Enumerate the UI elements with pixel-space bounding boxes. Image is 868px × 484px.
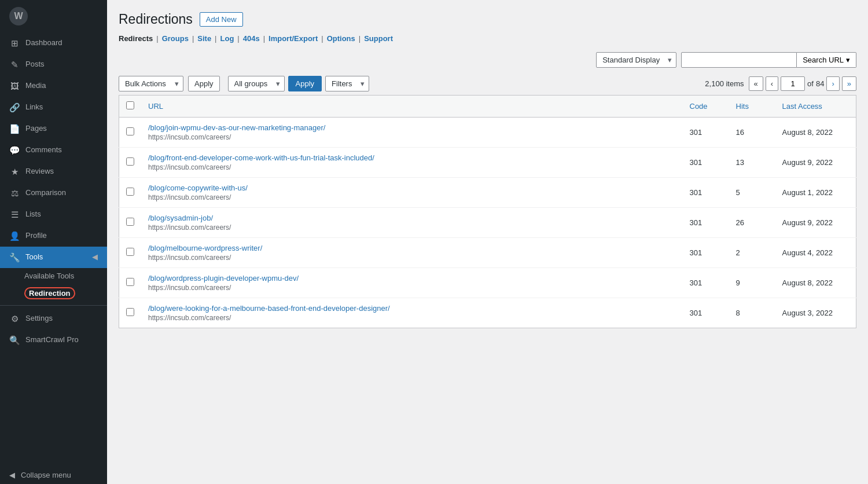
sidebar-item-label: Reviews (25, 166, 54, 177)
sidebar-item-reviews[interactable]: ★ Reviews (0, 161, 107, 182)
subnav-groups[interactable]: Groups (162, 34, 189, 43)
next-page-button[interactable]: › (826, 76, 839, 91)
row-checkbox-cell (119, 148, 142, 178)
table-head: URL Code Hits Last Access (119, 96, 856, 118)
subnav-options[interactable]: Options (327, 34, 355, 43)
subnav-404s[interactable]: 404s (243, 34, 260, 43)
table-row: /blog/were-looking-for-a-melbourne-based… (119, 298, 856, 328)
search-url-chevron-icon: ▾ (846, 56, 850, 64)
subnav-site[interactable]: Site (197, 34, 211, 43)
col-last-header[interactable]: Last Access (775, 96, 856, 118)
col-code-header[interactable]: Code (683, 96, 729, 118)
submenu-available-tools[interactable]: Available Tools (0, 268, 107, 284)
row-dest-5: https://incsub.com/careers/ (148, 284, 676, 292)
bulk-apply-button[interactable]: Apply (188, 76, 220, 91)
row-url-link-6[interactable]: /blog/were-looking-for-a-melbourne-based… (148, 304, 390, 313)
profile-icon: 👤 (9, 230, 20, 242)
comparison-icon: ⚖ (9, 187, 20, 199)
first-page-button[interactable]: « (749, 76, 763, 91)
select-all-checkbox[interactable] (126, 101, 134, 109)
sidebar-item-smartcrawl[interactable]: 🔍 SmartCrawl Pro (0, 329, 107, 351)
subnav-redirects[interactable]: Redirects (119, 34, 153, 43)
table-row: /blog/come-copywrite-with-us/ https://in… (119, 178, 856, 208)
subnav-support[interactable]: Support (364, 34, 393, 43)
sidebar-item-profile[interactable]: 👤 Profile (0, 225, 107, 247)
row-url-link-0[interactable]: /blog/join-wpmu-dev-as-our-new-marketing… (148, 123, 325, 132)
col-hits-header[interactable]: Hits (729, 96, 775, 118)
collapse-menu-button[interactable]: ◀ Collapse menu (0, 466, 107, 484)
filters-select[interactable]: Filters (325, 76, 369, 91)
sidebar-item-label: SmartCrawl Pro (25, 335, 79, 345)
sidebar-item-links[interactable]: 🔗 Links (0, 97, 107, 118)
row-checkbox-2[interactable] (126, 188, 134, 196)
sidebar-item-label: Tools (25, 252, 43, 262)
sidebar-item-posts[interactable]: ✎ Posts (0, 54, 107, 75)
sidebar-item-tools[interactable]: 🔧 Tools ◀ (0, 247, 107, 268)
all-groups-select[interactable]: All groups (228, 76, 285, 91)
search-url-button[interactable]: Search URL ▾ (797, 52, 856, 68)
last-page-button[interactable]: » (842, 76, 856, 91)
row-checkbox-1[interactable] (126, 157, 134, 166)
sidebar-item-settings[interactable]: ⚙ Settings (0, 308, 107, 329)
sidebar-item-media[interactable]: 🖼 Media (0, 75, 107, 97)
prev-page-button[interactable]: ‹ (766, 76, 778, 91)
row-checkbox-3[interactable] (126, 218, 134, 226)
row-checkbox-cell (119, 118, 142, 148)
sidebar-divider (0, 305, 107, 306)
row-checkbox-0[interactable] (126, 127, 134, 135)
row-date-0: August 8, 2022 (775, 118, 856, 148)
filter-apply-button[interactable]: Apply (288, 76, 322, 91)
links-icon: 🔗 (9, 101, 20, 113)
row-url-cell: /blog/wordpress-plugin-developer-wpmu-de… (141, 268, 683, 298)
sidebar-item-label: Lists (25, 209, 41, 219)
subnav-import-export[interactable]: Import/Export (269, 34, 318, 43)
row-dest-4: https://incsub.com/careers/ (148, 254, 676, 262)
display-select[interactable]: Standard Display (596, 52, 676, 68)
row-dest-6: https://incsub.com/careers/ (148, 314, 676, 322)
col-url-header[interactable]: URL (141, 96, 683, 118)
row-hits-3: 26 (729, 208, 775, 238)
sidebar-item-lists[interactable]: ☰ Lists (0, 204, 107, 225)
sidebar-item-comparison[interactable]: ⚖ Comparison (0, 182, 107, 204)
row-url-link-3[interactable]: /blog/sysadmin-job/ (148, 214, 213, 222)
sep5: | (263, 34, 265, 43)
sidebar-item-pages[interactable]: 📄 Pages (0, 118, 107, 140)
sidebar-item-comments[interactable]: 💬 Comments (0, 140, 107, 161)
row-checkbox-5[interactable] (126, 278, 134, 286)
sidebar-item-label: Links (25, 102, 43, 112)
row-dest-2: https://incsub.com/careers/ (148, 193, 676, 201)
comments-icon: 💬 (9, 144, 20, 156)
posts-icon: ✎ (9, 58, 20, 71)
row-url-link-4[interactable]: /blog/melbourne-wordpress-writer/ (148, 244, 262, 252)
sidebar-item-label: Settings (25, 313, 53, 324)
row-url-link-1[interactable]: /blog/front-end-developer-come-work-with… (148, 153, 374, 162)
row-date-4: August 4, 2022 (775, 238, 856, 268)
sidebar-item-label: Comments (25, 145, 62, 155)
row-url-cell: /blog/melbourne-wordpress-writer/ https:… (141, 238, 683, 268)
content-wrap: Redirections Add New Redirects | Groups … (107, 0, 868, 484)
sidebar-item-label: Comparison (25, 188, 66, 198)
row-url-link-5[interactable]: /blog/wordpress-plugin-developer-wpmu-de… (148, 274, 299, 283)
toolbar-top: Standard Display Search URL ▾ (119, 52, 856, 68)
add-new-button[interactable]: Add New (200, 12, 243, 27)
tools-arrow-icon: ◀ (92, 252, 98, 262)
row-code-1: 301 (683, 148, 729, 178)
row-url-link-2[interactable]: /blog/come-copywrite-with-us/ (148, 184, 248, 192)
row-code-6: 301 (683, 298, 729, 328)
search-url-input[interactable] (681, 52, 797, 68)
row-code-5: 301 (683, 268, 729, 298)
row-checkbox-6[interactable] (126, 308, 134, 316)
collapse-label: Collapse menu (21, 471, 71, 479)
sidebar-item-label: Dashboard (25, 38, 62, 48)
sidebar-item-dashboard[interactable]: ⊞ Dashboard (0, 32, 107, 54)
submenu-redirection[interactable]: Redirection (0, 284, 107, 303)
row-hits-1: 13 (729, 148, 775, 178)
page-number-input[interactable] (781, 76, 805, 91)
row-date-2: August 1, 2022 (775, 178, 856, 208)
redirection-label: Redirection (24, 287, 75, 299)
row-hits-2: 5 (729, 178, 775, 208)
subnav-log[interactable]: Log (220, 34, 234, 43)
row-code-0: 301 (683, 118, 729, 148)
row-checkbox-4[interactable] (126, 248, 134, 256)
bulk-actions-select[interactable]: Bulk Actions (119, 76, 183, 91)
